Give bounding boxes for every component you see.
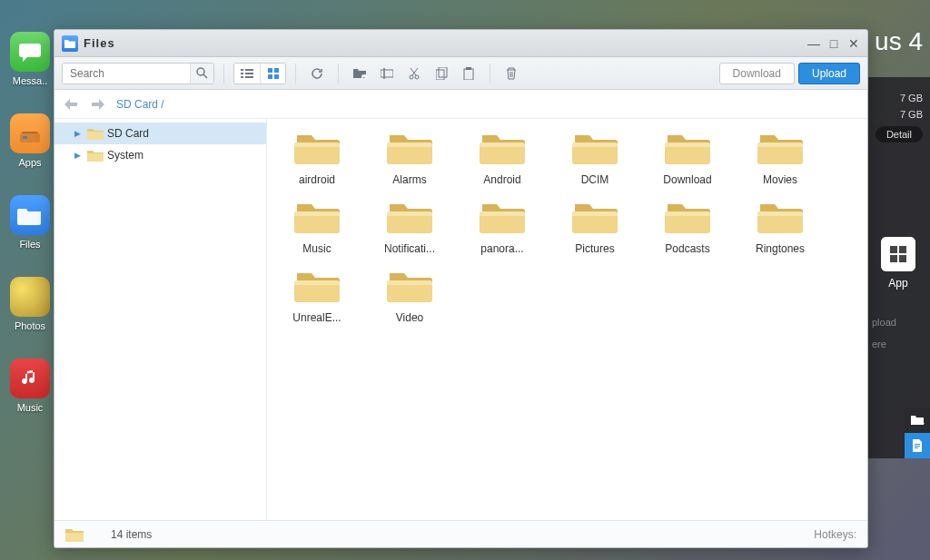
folder-item[interactable]: Podcasts [656, 199, 719, 255]
svg-rect-20 [268, 68, 272, 73]
window-body: ▶ SD Card ▶ System airdroidAlarmsAndroid… [54, 119, 867, 520]
desktop-icons: Messa.. Apps Files Photos Music [10, 32, 50, 440]
folder-label: Android [470, 173, 534, 186]
upload-button[interactable]: Upload [798, 63, 860, 84]
folder-item[interactable]: Ringtones [748, 199, 812, 255]
svg-point-29 [415, 75, 419, 79]
copy-button[interactable] [430, 63, 453, 84]
refresh-button[interactable] [305, 63, 329, 84]
svg-rect-35 [466, 67, 471, 70]
svg-rect-16 [241, 73, 243, 74]
breadcrumb[interactable]: SD Card / [116, 98, 164, 111]
expander-icon[interactable]: ▶ [74, 151, 84, 160]
paste-button[interactable] [457, 63, 480, 84]
file-icon[interactable] [905, 433, 930, 458]
storage-row-1: 7 GB [866, 90, 930, 106]
folder-add-icon[interactable]: + [905, 408, 930, 433]
folder-label: Notificati... [378, 242, 441, 255]
svg-rect-23 [274, 74, 279, 79]
folder-icon [87, 149, 104, 162]
folder-label: DCIM [563, 173, 627, 186]
tree-item-system[interactable]: ▶ System [54, 144, 266, 166]
apps-icon [10, 113, 50, 153]
folder-label: Music [285, 242, 349, 255]
svg-rect-6 [890, 255, 897, 262]
desktop-icon-music[interactable]: Music [10, 359, 50, 413]
svg-rect-2 [23, 136, 27, 139]
divider [338, 64, 339, 84]
folder-item[interactable]: panora... [470, 199, 534, 255]
titlebar: Files — □ ✕ [54, 30, 867, 57]
forward-button[interactable] [89, 95, 107, 113]
svg-rect-21 [274, 68, 279, 73]
svg-rect-7 [899, 255, 906, 262]
detail-button[interactable]: Detail [876, 126, 923, 142]
app-tile[interactable]: App [866, 237, 930, 290]
item-count: 14 items [111, 528, 152, 541]
cut-button[interactable] [402, 63, 426, 84]
rename-button[interactable] [375, 63, 399, 84]
folder-item[interactable]: UnrealE... [285, 268, 349, 324]
desktop-icon-photos[interactable]: Photos [10, 277, 50, 331]
folder-item[interactable]: Pictures [563, 199, 627, 255]
delete-button[interactable] [500, 63, 523, 84]
svg-rect-18 [241, 76, 243, 78]
navbar: SD Card / [54, 90, 867, 119]
minimize-button[interactable]: — [807, 37, 820, 50]
folder-label: Pictures [563, 242, 627, 255]
download-button[interactable]: Download [719, 63, 795, 84]
svg-point-12 [197, 68, 204, 75]
svg-rect-4 [890, 246, 897, 253]
folder-label: Movies [748, 173, 812, 186]
svg-rect-19 [245, 76, 253, 78]
svg-rect-11 [915, 447, 918, 448]
desktop-icon-label: Files [19, 239, 40, 250]
svg-rect-15 [245, 69, 253, 71]
maximize-button[interactable]: □ [827, 37, 840, 50]
tree-item-sdcard[interactable]: ▶ SD Card [54, 123, 266, 144]
divider [490, 64, 490, 84]
desktop-icon-files[interactable]: Files [10, 195, 50, 250]
new-folder-button[interactable]: + [348, 63, 371, 84]
svg-line-13 [203, 74, 207, 78]
folder-item[interactable]: Movies [748, 130, 812, 186]
files-window: Files — □ ✕ + [54, 29, 868, 548]
files-app-icon [62, 35, 78, 52]
folder-label: airdroid [285, 173, 349, 186]
svg-rect-26 [381, 70, 393, 77]
search-box [62, 63, 214, 84]
desktop-icon-label: Music [17, 402, 44, 413]
desktop-icon-apps[interactable]: Apps [10, 113, 50, 168]
desktop-icon-label: Photos [15, 320, 45, 331]
music-icon [10, 359, 50, 398]
folder-item[interactable]: Notificati... [378, 199, 441, 255]
search-button[interactable] [190, 64, 213, 84]
window-controls: — □ ✕ [807, 37, 860, 50]
list-view-button[interactable] [234, 64, 260, 84]
desktop-icon-messages[interactable]: Messa.. [10, 32, 50, 86]
back-button[interactable] [62, 95, 80, 113]
expander-icon[interactable]: ▶ [74, 129, 84, 138]
toolbar: + Download Upload [54, 57, 867, 90]
sidebar: ▶ SD Card ▶ System [54, 119, 267, 520]
divider [223, 64, 224, 84]
folder-item[interactable]: DCIM [563, 130, 627, 186]
folder-label: Video [378, 311, 441, 324]
folder-item[interactable]: Download [656, 130, 719, 186]
folder-label: Podcasts [656, 242, 719, 255]
desktop-icon-label: Messa.. [13, 75, 48, 86]
grid-view-button[interactable] [260, 64, 285, 84]
folder-item[interactable]: Music [285, 199, 349, 255]
window-title: Files [84, 36, 115, 50]
hotkeys-label[interactable]: Hotkeys: [814, 528, 856, 541]
folder-label: Download [656, 173, 719, 186]
folder-label: Alarms [378, 173, 441, 186]
folder-item[interactable]: airdroid [285, 130, 349, 186]
device-name-partial: us 4 [875, 27, 923, 56]
folder-item[interactable]: Video [378, 268, 441, 324]
search-input[interactable] [63, 64, 190, 84]
folder-item[interactable]: Android [470, 130, 534, 186]
close-button[interactable]: ✕ [847, 37, 860, 50]
folder-item[interactable]: Alarms [378, 130, 441, 186]
tree-label: System [107, 149, 143, 162]
